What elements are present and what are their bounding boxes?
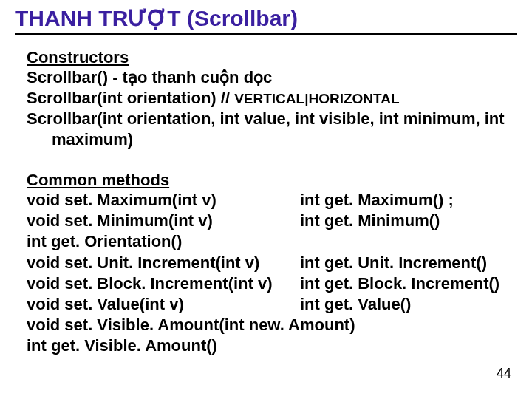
methods-section: Common methods void set. Maximum(int v) … bbox=[27, 171, 505, 356]
constructors-section: Constructors Scrollbar() - tạo thanh cuộ… bbox=[27, 48, 505, 151]
constructor-line-3b: maximum) bbox=[27, 129, 505, 150]
method-right: int get. Unit. Increment() bbox=[300, 253, 505, 273]
method-row: void set. Value(int v) int get. Value() bbox=[27, 294, 505, 315]
method-right bbox=[300, 231, 505, 252]
constructors-heading: Constructors bbox=[27, 48, 505, 67]
method-right: int get. Minimum() bbox=[300, 211, 505, 231]
method-right: int get. Value() bbox=[300, 294, 505, 315]
page-number: 44 bbox=[497, 366, 511, 381]
constructor-line-2a: Scrollbar(int orientation) // bbox=[27, 89, 234, 107]
method-row: int get. Orientation() bbox=[27, 231, 505, 252]
slide-title: THANH TRƯỢT (Scrollbar) bbox=[15, 6, 517, 35]
method-left: void set. Visible. Amount(int new. Amoun… bbox=[27, 315, 355, 335]
methods-heading: Common methods bbox=[27, 171, 505, 190]
method-left: void set. Unit. Increment(int v) bbox=[27, 253, 300, 273]
method-row: void set. Visible. Amount(int new. Amoun… bbox=[27, 315, 505, 335]
constructor-line-3a: Scrollbar(int orientation, int value, in… bbox=[27, 109, 505, 129]
method-left: void set. Value(int v) bbox=[27, 294, 300, 315]
method-row: void set. Block. Increment(int v) int ge… bbox=[27, 273, 505, 294]
method-right: int get. Maximum() ; bbox=[300, 190, 505, 211]
method-row: void set. Unit. Increment(int v) int get… bbox=[27, 253, 505, 273]
constructor-line-2b: VERTICAL|HORIZONTAL bbox=[234, 91, 399, 106]
method-left: int get. Orientation() bbox=[27, 231, 300, 252]
method-left: void set. Minimum(int v) bbox=[27, 211, 300, 231]
spacer bbox=[15, 150, 517, 166]
method-left: void set. Block. Increment(int v) bbox=[27, 273, 300, 294]
constructor-line-2: Scrollbar(int orientation) // VERTICAL|H… bbox=[27, 88, 505, 109]
method-row: void set. Minimum(int v) int get. Minimu… bbox=[27, 211, 505, 231]
method-right: int get. Block. Increment() bbox=[300, 273, 505, 294]
method-left: void set. Maximum(int v) bbox=[27, 190, 300, 211]
method-row: int get. Visible. Amount() bbox=[27, 335, 505, 356]
method-row: void set. Maximum(int v) int get. Maximu… bbox=[27, 190, 505, 211]
slide: THANH TRƯỢT (Scrollbar) Constructors Scr… bbox=[0, 0, 532, 399]
constructor-line-1: Scrollbar() - tạo thanh cuộn dọc bbox=[27, 67, 505, 88]
method-left: int get. Visible. Amount() bbox=[27, 335, 300, 356]
